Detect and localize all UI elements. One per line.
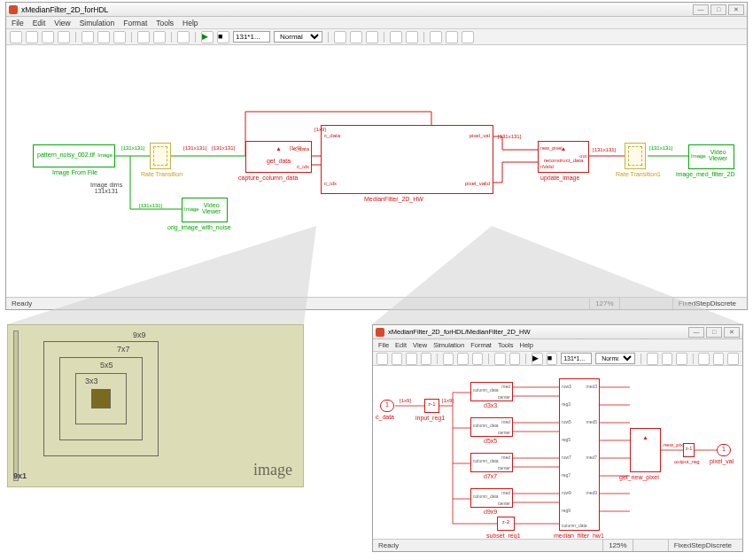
stop-button[interactable]: ■ (547, 353, 558, 365)
toolbar-sep (525, 354, 526, 364)
nested-window-diagram: 9x1 3x3 5x5 7x7 9x9 image (7, 324, 304, 487)
redo-button[interactable] (509, 353, 521, 365)
save-button[interactable] (406, 353, 417, 365)
subset-reg-label: subset_reg1 (486, 533, 521, 539)
label-5x5: 5x5 (100, 361, 113, 369)
sub-canvas[interactable]: 1 c_data [1x9] z-1 input_reg1 [1x9] colu… (373, 366, 742, 539)
sub-simulink-window: xMedianFilter_2D_forHDL/MedianFilter_2D_… (372, 324, 743, 552)
paste-button[interactable] (472, 353, 484, 365)
get-new-pixel-label: get_new_pixel (619, 474, 659, 480)
toolbar-button[interactable] (727, 353, 739, 365)
box-3x3 (91, 389, 111, 408)
toolbar-button[interactable] (647, 353, 658, 365)
inport-cdata-label: c_data (376, 414, 394, 420)
input-reg-block[interactable]: z-1 (424, 399, 439, 413)
sig-label: [1x9] (400, 398, 411, 403)
menu-edit[interactable]: Edit (395, 341, 407, 349)
d5x5-block[interactable]: column_data med center (470, 417, 513, 437)
new-button[interactable] (376, 353, 388, 365)
status-empty (633, 540, 668, 551)
input-reg-label: input_reg1 (415, 415, 445, 421)
subset-reg-block[interactable]: z-2 (497, 517, 515, 531)
maximize-button[interactable]: □ (706, 327, 722, 338)
image-label: image (253, 461, 292, 479)
toolbar-button[interactable] (662, 353, 673, 365)
toolbar-sep (640, 354, 641, 364)
minimize-button[interactable]: — (688, 327, 704, 338)
menu-format[interactable]: Format (470, 341, 492, 349)
d5x5-label: d5x5 (484, 438, 497, 444)
copy-button[interactable] (457, 353, 469, 365)
sig-label: [1x9] (442, 398, 454, 403)
menu-view[interactable]: View (413, 341, 427, 349)
label-3x3: 3x3 (85, 377, 98, 385)
sub-toolbar: ▶ ■ Normal (373, 352, 742, 366)
toolbar-button[interactable] (713, 353, 725, 365)
label-9x9: 9x9 (133, 331, 146, 339)
open-button[interactable] (392, 353, 403, 365)
d7x7-label: d7x7 (484, 473, 497, 479)
status-zoom: 125% (602, 540, 632, 551)
print-button[interactable] (421, 353, 432, 365)
menu-help[interactable]: Help (519, 341, 532, 349)
median-filter-hw1-block[interactable]: row3 reg3 row5 reg5 row7 reg7 row9 reg9 … (559, 378, 600, 531)
toolbar-sep (488, 354, 489, 364)
median-filter-hw1-label: median_filter_hw1 (554, 533, 604, 539)
d3x3-block[interactable]: column_data med center (470, 382, 513, 401)
sub-titlebar[interactable]: xMedianFilter_2D_forHDL/MedianFilter_2D_… (373, 325, 742, 339)
output-reg-label: output_reg (674, 459, 700, 464)
column-9x1 (13, 331, 19, 481)
d7x7-block[interactable]: column_data med center (470, 453, 513, 472)
menu-file[interactable]: File (378, 341, 389, 349)
undo-button[interactable] (494, 353, 506, 365)
app-icon (376, 328, 384, 337)
toolbar-button[interactable] (698, 353, 710, 365)
toolbar-button[interactable] (676, 353, 687, 365)
svg-marker-1 (372, 226, 743, 324)
sub-window-title: xMedianFilter_2D_forHDL/MedianFilter_2D_… (388, 328, 530, 336)
menu-simulation[interactable]: Simulation (433, 341, 464, 349)
outport-label: pixel_val (710, 458, 734, 464)
output-reg-block[interactable]: z-1 (683, 443, 695, 457)
sim-mode-select[interactable]: Normal (595, 353, 635, 364)
label-7x7: 7x7 (117, 345, 130, 354)
outport-pixelval[interactable]: 1 (717, 444, 731, 456)
toolbar-sep (693, 354, 694, 364)
inport-cdata[interactable]: 1 (380, 400, 394, 412)
close-button[interactable]: ✕ (724, 327, 740, 338)
svg-marker-0 (7, 226, 316, 324)
sub-statusbar: Ready 125% FixedStepDiscrete (373, 539, 742, 551)
menu-tools[interactable]: Tools (498, 341, 514, 349)
status-solver: FixedStepDiscrete (668, 540, 737, 551)
toolbar-sep (437, 354, 438, 364)
label-9x1: 9x1 (13, 471, 27, 480)
d9x9-label: d9x9 (484, 509, 497, 515)
cut-button[interactable] (443, 353, 454, 365)
d3x3-label: d3x3 (484, 402, 497, 408)
sub-menubar: File Edit View Simulation Format Tools H… (373, 339, 742, 352)
play-button[interactable]: ▶ (532, 353, 543, 365)
status-ready: Ready (378, 541, 399, 549)
get-new-pixel-block[interactable]: ▲ (630, 428, 661, 472)
port-cdata: column_data (562, 523, 587, 528)
d9x9-block[interactable]: column_data med center (470, 488, 513, 508)
stop-time-input[interactable] (561, 353, 592, 364)
